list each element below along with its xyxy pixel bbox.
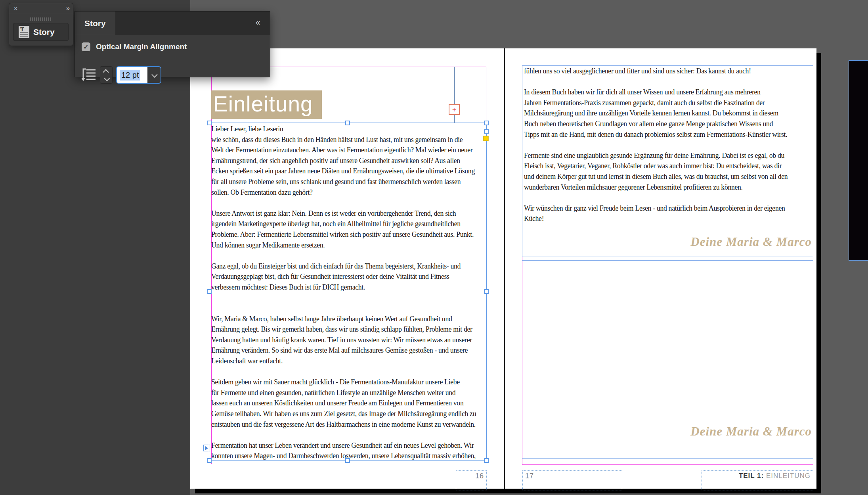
signature-text[interactable]: Deine Maria & Marco [524,235,812,249]
overset-text-indicator[interactable]: + [449,104,460,115]
running-footer-chapter: EINLEITUNG [764,472,811,480]
size-value-selected: 12 pt [120,70,140,81]
body-text-right-page[interactable]: fühlen uns so viel ausgeglichener und fi… [524,66,812,224]
story-panel[interactable]: Story « ✓ Optical Margin Alignment 12 pt [75,11,270,77]
stepper-up-icon[interactable] [103,69,109,75]
body-text-left-page[interactable]: Lieber Leser, liebe Leserin wie schön, d… [211,124,487,461]
document-spread: + Einleitung Lieber Leser, liebe Leserin… [190,48,816,489]
size-field-group: 12 pt [116,66,161,84]
column-guide-right [486,67,486,123]
panel-drag-grip[interactable] [30,17,52,21]
empty-frame-right-page[interactable] [522,260,813,413]
alignment-size-row: 12 pt [80,66,161,84]
story-document-icon: T [19,26,29,38]
running-footer-frame[interactable]: TEIL 1: EINLEITUNG [702,470,813,491]
running-footer-part: TEIL 1: [739,472,764,480]
collapse-panel-icon[interactable]: « [256,17,260,28]
optical-margin-row: ✓ Optical Margin Alignment [82,42,187,51]
stepper-down-icon[interactable] [104,75,110,81]
title-selection-highlight: Einleitung [211,90,322,119]
page-number-frame-17[interactable]: 17 [522,470,622,491]
optical-margin-label: Optical Margin Alignment [96,42,187,51]
align-based-on-size-icon [80,67,96,82]
panel-tab-strip: Story « [75,12,270,35]
tab-story-label: Story [84,19,106,28]
chevron-down-icon [151,71,158,78]
expand-panel-icon[interactable]: » [66,5,69,12]
panel-header: × » [9,3,73,14]
size-input[interactable]: 12 pt [117,67,147,83]
story-panel-button[interactable]: T Story [13,23,69,41]
in-port-triangle-icon [205,446,208,450]
close-icon[interactable]: × [14,6,17,12]
tab-story[interactable]: Story [75,12,115,35]
page-title[interactable]: Einleitung [213,87,313,121]
floating-panel-collapsed[interactable]: × » T Story [9,3,73,46]
size-stepper[interactable] [100,66,113,84]
page-divider [504,48,505,489]
text-in-port[interactable] [203,445,210,451]
signature-text-duplicate[interactable]: Deine Maria & Marco [524,424,812,439]
optical-margin-checkbox[interactable]: ✓ [82,42,90,51]
story-button-label: Story [33,27,55,37]
size-dropdown[interactable] [147,67,161,83]
pasteboard-image-frame[interactable] [849,60,868,261]
page-number-frame-16[interactable]: 16 [456,470,487,491]
